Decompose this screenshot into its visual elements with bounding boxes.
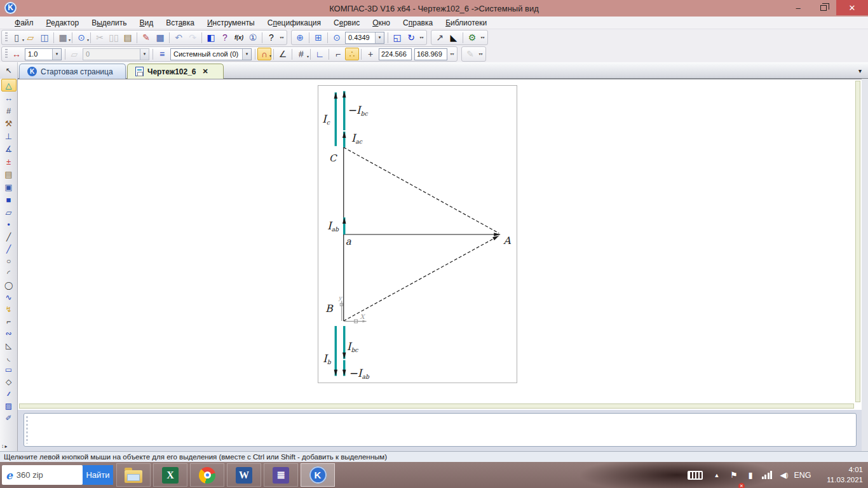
tool-circle-icon[interactable]: ○ [1,255,17,267]
chrome-taskbar-button[interactable] [190,463,224,487]
redo-icon[interactable]: ↷ [186,31,200,44]
panel-insert-icon[interactable]: ▣ [1,180,17,193]
toolbar-grip[interactable] [5,49,8,59]
zoom-value-combo[interactable]: 0.4349▾ [345,32,384,44]
slope-triangle-icon[interactable]: ◣ [447,31,461,44]
file-explorer-taskbar-button[interactable] [116,463,151,487]
help-select-icon[interactable]: ? [264,31,278,44]
zoom-value-dropdown[interactable]: ▾ [375,32,384,43]
tool-segment-icon[interactable]: ╱ [1,243,17,255]
panel-reports-icon[interactable]: ▤ [1,168,17,180]
menu-файл[interactable]: Файл [9,17,39,29]
toolbar-drag-handle-icon[interactable]: ↖ [0,62,18,79]
toolbar-overflow-icon[interactable]: ▾▾ [418,32,425,43]
panel-parameterization-icon[interactable]: ⊥ [1,130,17,142]
kompas-taskbar-button[interactable]: K [301,463,335,487]
tab-drawing-102-6[interactable]: Чертеж102_6 ✕ [127,64,224,79]
ortho-corner-icon[interactable]: ⌐ [331,48,345,60]
excel-taskbar-button[interactable]: X [153,463,187,487]
panel-designations-icon[interactable]: # [1,104,17,117]
taskbar-clock[interactable]: 4:01 11.03.2021 [827,464,863,485]
close-button[interactable]: ✕ [836,0,868,15]
taskbar-search-box[interactable]: e 360 zip [2,465,83,485]
tool-nurbs-curve-icon[interactable]: ∿ [1,291,17,303]
copy-properties-brush-icon[interactable]: ✎ [139,31,153,44]
layers-icon[interactable]: ≡ [155,48,169,60]
minimize-button[interactable]: – [785,0,811,15]
tab-close-icon[interactable]: ✕ [203,67,208,76]
menu-библиотеки[interactable]: Библиотеки [440,17,492,29]
zoom-page-icon[interactable]: ⊕ [293,31,307,44]
tool-bezier-icon[interactable]: ∾ [1,327,17,339]
tool-ellipse-icon[interactable]: ◯ [1,279,17,291]
print-preview-icon[interactable]: ⊙▾ [74,31,88,44]
property-panel-grip[interactable] [26,416,28,444]
panel-editing-icon[interactable]: ⚒ [1,117,17,130]
tab-start-page[interactable]: K Стартовая страница [19,64,126,79]
cursor-step-icon[interactable]: ↔ [10,48,24,60]
magnet-snap-icon[interactable]: ∩▾ [257,48,271,60]
style-brush-disabled-icon[interactable]: ✎ [463,48,477,60]
tool-auxiliary-line-icon[interactable]: ╱ [1,231,17,243]
language-indicator[interactable]: ENG [792,462,813,488]
word-taskbar-button[interactable]: W [227,463,261,487]
copy-icon[interactable]: ▯▯ [107,31,121,44]
tab-list-dropdown-icon[interactable]: ▾ [858,67,862,74]
print-icon[interactable]: ▦▾ [56,31,70,44]
menu-сервис[interactable]: Сервис [328,17,365,29]
property-panel[interactable] [24,413,857,447]
local-cs-icon[interactable]: ∟ [313,48,327,60]
menu-справка[interactable]: Справка [397,17,438,29]
fx-function-icon[interactable]: f(x) [232,31,246,44]
menu-инструменты[interactable]: Инструменты [201,17,261,29]
action-center-flag-icon[interactable]: ⚑✕ [727,462,741,488]
touch-keyboard-icon[interactable] [685,462,705,488]
zoom-area-icon[interactable]: ⊞ [311,31,325,44]
paste-icon[interactable]: ▤ [121,31,135,44]
layer-copy-icon[interactable]: ▱ [67,48,81,60]
new-document-icon[interactable]: ▯▾ [10,31,24,44]
menu-вид[interactable]: Вид [134,17,159,29]
menu-спецификация[interactable]: Спецификация [262,17,327,29]
panel-specification-icon[interactable]: ± [1,155,17,168]
window-layout-icon[interactable]: ◧ [204,31,218,44]
xy-coordinates-icon[interactable]: + [363,48,377,60]
step-value-dropdown[interactable]: ▾ [52,49,61,60]
tool-hatch-icon[interactable]: ▨ [1,400,17,412]
layer-name-dropdown[interactable]: ▾ [242,49,251,60]
menu-редактор[interactable]: Редактор [41,17,85,29]
search-find-button[interactable]: Найти [83,465,113,485]
numbering-icon[interactable]: ① [246,31,260,44]
hidden-icons-arrow[interactable]: ▲ [710,462,723,488]
menu-вставка[interactable]: Вставка [160,17,200,29]
horizontal-scrollbar[interactable] [19,403,854,409]
tool-fillet-icon[interactable]: ◟ [1,351,17,363]
tool-hatch-lines-icon[interactable]: ∕∕∕ [1,388,17,400]
vertical-scrollbar[interactable] [855,81,860,402]
tool-fill-brush-icon[interactable]: ✐ [1,412,17,424]
tool-point-icon[interactable]: • [1,219,17,231]
save-document-icon[interactable]: ◫ [37,31,51,44]
layer-name-combo[interactable]: Системный слой (0)▾ [170,48,252,60]
measure-trajectory-icon[interactable]: ↗ [433,31,447,44]
tool-continuous-input-icon[interactable]: ⌐ [1,315,17,327]
toolbar-overflow-icon[interactable]: ▾▾ [278,32,285,43]
x-coordinate-field[interactable]: 224.566 [379,48,412,60]
undo-icon[interactable]: ↶ [172,31,186,44]
menu-окно[interactable]: Окно [367,17,396,29]
refresh-view-icon[interactable]: ↻ [404,31,418,44]
search-input[interactable]: 360 zip [17,470,43,480]
restore-button[interactable] [811,0,836,15]
tool-arc-icon[interactable]: ◜ [1,267,17,279]
database-app-taskbar-button[interactable]: ≣ [264,463,298,487]
properties-table-icon[interactable]: ▦ [153,31,167,44]
y-coordinate-field[interactable]: 168.969 [414,48,447,60]
variables-icon[interactable]: ? [218,31,232,44]
tool-rectangle-icon[interactable]: ▭ [1,363,17,376]
toolbar-overflow-icon[interactable]: ▾▾ [449,48,456,60]
toolbar-grip[interactable] [5,32,8,43]
toolbar-overflow-icon[interactable]: ▾▾ [479,32,486,43]
panel-geometry-icon[interactable]: △ [1,79,17,92]
tool-lightning-input-icon[interactable]: ↯ [1,303,17,315]
layer-number-dropdown[interactable]: ▾ [140,49,149,60]
